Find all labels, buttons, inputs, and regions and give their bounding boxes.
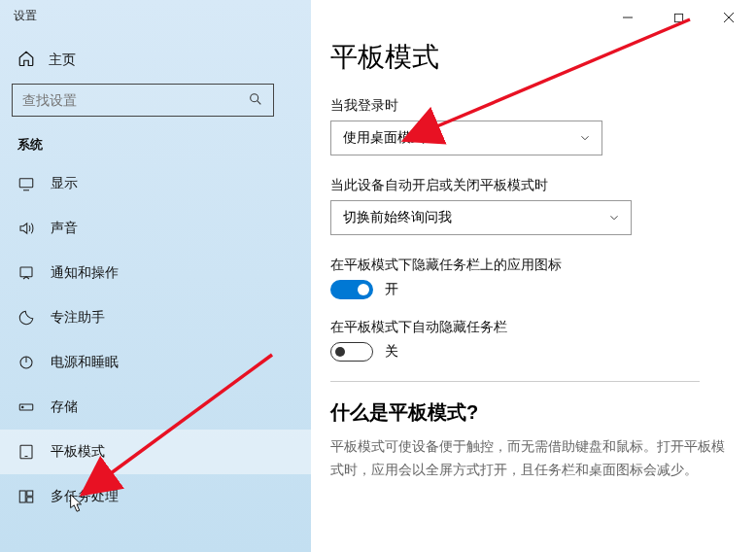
svg-rect-11 [19, 491, 25, 502]
sidebar-item-power[interactable]: 电源和睡眠 [0, 340, 311, 385]
multitask-icon [17, 488, 35, 505]
close-button[interactable] [707, 4, 750, 31]
focus-icon [17, 309, 35, 327]
page-title: 平板模式 [330, 39, 727, 76]
toggle2-label: 在平板模式下自动隐藏任务栏 [330, 319, 727, 336]
sidebar-item-label: 显示 [51, 175, 78, 192]
login-mode-select[interactable]: 使用桌面模式 [330, 121, 602, 155]
sidebar-item-label: 声音 [51, 220, 78, 237]
toggle1-label: 在平板模式下隐藏任务栏上的应用图标 [330, 257, 727, 274]
svg-point-8 [22, 406, 24, 408]
sidebar-item-focus[interactable]: 专注助手 [0, 295, 311, 340]
svg-rect-15 [674, 14, 682, 21]
sidebar-item-storage[interactable]: 存储 [0, 385, 311, 430]
sound-icon [17, 220, 35, 237]
description-text: 平板模式可使设备便于触控，而无需借助键盘和鼠标。打开平板模式时，应用会以全屏方式… [330, 435, 727, 482]
what-is-heading: 什么是平板模式? [330, 399, 727, 426]
search-icon [248, 91, 263, 110]
toggle2-state: 关 [385, 343, 398, 361]
svg-rect-2 [19, 179, 33, 188]
svg-rect-4 [20, 267, 32, 277]
svg-line-1 [258, 100, 261, 104]
auto-switch-label: 当此设备自动开启或关闭平板模式时 [330, 177, 727, 194]
sidebar-item-label: 多任务处理 [51, 488, 119, 505]
home-button[interactable]: 主页 [0, 40, 311, 80]
sidebar-item-label: 专注助手 [51, 309, 105, 327]
login-mode-label: 当我登录时 [330, 97, 727, 115]
notifications-icon [17, 264, 35, 282]
sidebar-item-multitask[interactable]: 多任务处理 [0, 474, 311, 519]
auto-switch-value: 切换前始终询问我 [343, 209, 452, 226]
search-input-field[interactable] [22, 92, 236, 108]
svg-point-0 [251, 93, 258, 101]
chevron-down-icon [607, 211, 621, 224]
sidebar-item-label: 存储 [51, 398, 78, 416]
login-mode-value: 使用桌面模式 [343, 129, 425, 147]
storage-icon [17, 398, 35, 416]
hide-app-icons-toggle[interactable] [330, 280, 373, 299]
sidebar-item-tablet[interactable]: 平板模式 [0, 430, 311, 474]
svg-rect-12 [27, 491, 33, 496]
display-icon [17, 175, 35, 192]
minimize-button[interactable] [606, 4, 649, 31]
sidebar-item-label: 平板模式 [51, 443, 105, 461]
auto-switch-select[interactable]: 切换前始终询问我 [330, 200, 632, 235]
toggle1-state: 开 [385, 281, 398, 298]
sidebar-item-display[interactable]: 显示 [0, 161, 311, 206]
home-label: 主页 [49, 52, 76, 69]
home-icon [17, 50, 35, 70]
search-input[interactable] [12, 84, 274, 117]
sidebar-item-sound[interactable]: 声音 [0, 206, 311, 251]
svg-rect-13 [27, 498, 33, 502]
maximize-button[interactable] [657, 4, 700, 31]
sidebar-item-notifications[interactable]: 通知和操作 [0, 251, 311, 295]
section-label: 系统 [0, 126, 311, 161]
divider [330, 381, 700, 382]
sidebar-item-label: 通知和操作 [51, 264, 119, 282]
auto-hide-taskbar-toggle[interactable] [330, 342, 373, 362]
sidebar-item-label: 电源和睡眠 [51, 354, 119, 371]
tablet-icon [17, 443, 35, 461]
chevron-down-icon [578, 131, 592, 145]
window-title: 设置 [0, 0, 311, 28]
power-icon [17, 354, 35, 371]
